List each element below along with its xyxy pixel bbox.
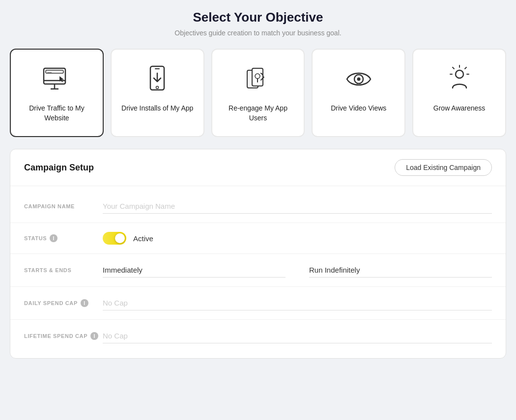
status-label: STATUS i	[24, 234, 103, 242]
status-row: STATUS i Active	[10, 223, 506, 254]
toggle-thumb	[115, 233, 125, 243]
page-container: Select Your Objective Objectives guide c…	[10, 10, 506, 359]
campaign-setup-header: Campaign Setup Load Existing Campaign	[10, 149, 506, 186]
starts-ends-fields: Immediately Run Indefinitely	[103, 263, 492, 278]
status-toggle[interactable]	[103, 232, 126, 245]
campaign-name-row: CAMPAIGN NAME	[10, 190, 506, 223]
starts-ends-label: STARTS & ENDS	[24, 267, 103, 273]
svg-line-17	[465, 67, 466, 69]
lifetime-spend-cap-label: LIFETIME SPEND CAP i	[24, 332, 103, 340]
starts-ends-row: STARTS & ENDS Immediately Run Indefinite…	[10, 254, 506, 287]
objective-label-reengage: Re-engage My App Users	[220, 104, 296, 123]
status-value: Active	[133, 234, 153, 243]
objectives-row: www. Drive Traffic to My Website	[10, 49, 506, 137]
campaign-name-label: CAMPAIGN NAME	[24, 203, 103, 209]
lifetime-spend-cap-content	[103, 329, 492, 343]
campaign-name-content	[103, 199, 492, 214]
daily-spend-cap-info-icon[interactable]: i	[81, 299, 88, 307]
reengage-icon	[240, 61, 276, 97]
daily-spend-cap-content	[103, 296, 492, 310]
svg-rect-11	[252, 68, 263, 86]
svg-point-14	[357, 78, 360, 81]
start-date-field[interactable]: Immediately	[103, 263, 286, 278]
status-info-icon[interactable]: i	[50, 234, 57, 242]
app-install-icon	[140, 61, 175, 97]
svg-point-15	[456, 70, 463, 78]
lifetime-spend-cap-row: LIFETIME SPEND CAP i	[10, 320, 506, 352]
daily-spend-cap-label: DAILY SPEND CAP i	[24, 299, 103, 307]
lifetime-spend-cap-info-icon[interactable]: i	[90, 332, 98, 340]
status-content: Active	[103, 232, 492, 245]
objective-label-grow-awareness: Grow Awareness	[433, 104, 486, 113]
objective-card-grow-awareness[interactable]: Grow Awareness	[412, 49, 506, 137]
page-subtitle: Objectives guide creation to match your …	[10, 29, 506, 37]
campaign-setup-title: Campaign Setup	[24, 163, 94, 173]
daily-spend-cap-row: DAILY SPEND CAP i	[10, 287, 506, 320]
daily-spend-cap-input[interactable]	[103, 296, 492, 310]
objective-label-drive-installs: Drive Installs of My App	[121, 104, 193, 113]
objective-label-drive-traffic: Drive Traffic to My Website	[19, 104, 95, 123]
load-existing-button[interactable]: Load Existing Campaign	[395, 159, 492, 176]
lifetime-spend-cap-input[interactable]	[103, 329, 492, 343]
start-value: Immediately	[103, 263, 286, 278]
objective-card-drive-traffic[interactable]: www. Drive Traffic to My Website	[10, 49, 104, 137]
awareness-icon	[442, 61, 477, 97]
header: Select Your Objective Objectives guide c…	[10, 10, 506, 37]
svg-point-7	[156, 86, 159, 89]
starts-ends-content: Immediately Run Indefinitely	[103, 263, 492, 278]
objective-label-drive-video: Drive Video Views	[331, 104, 386, 113]
campaign-name-input[interactable]	[103, 199, 492, 214]
video-views-icon	[341, 61, 376, 97]
campaign-setup: Campaign Setup Load Existing Campaign CA…	[10, 149, 506, 359]
campaign-form: CAMPAIGN NAME STATUS i	[10, 186, 506, 358]
svg-text:www.: www.	[47, 71, 53, 74]
svg-line-18	[453, 67, 454, 69]
objective-card-drive-installs[interactable]: Drive Installs of My App	[111, 49, 204, 137]
page-title: Select Your Objective	[10, 10, 506, 25]
objective-card-drive-video[interactable]: Drive Video Views	[312, 49, 405, 137]
website-icon: www.	[39, 61, 74, 97]
end-value: Run Indefinitely	[309, 263, 492, 278]
objective-card-reengage[interactable]: Re-engage My App Users	[211, 49, 305, 137]
end-date-field[interactable]: Run Indefinitely	[309, 263, 492, 278]
status-toggle-row: Active	[103, 232, 492, 245]
